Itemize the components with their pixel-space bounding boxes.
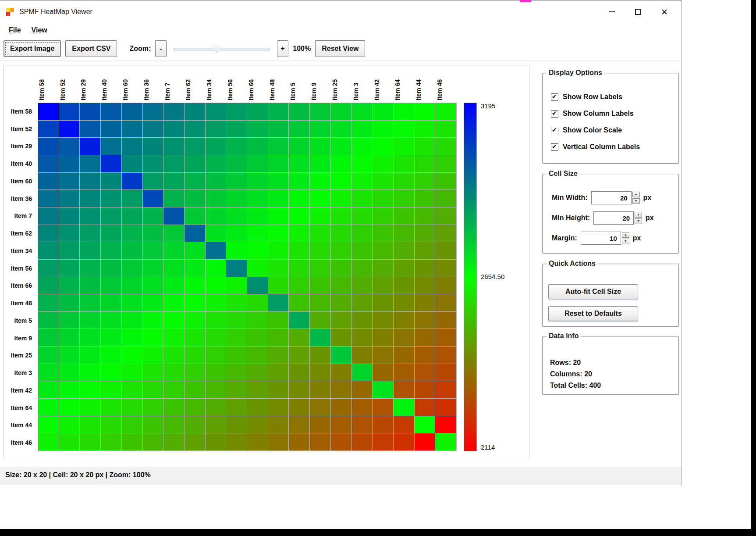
heatmap-cell[interactable] xyxy=(163,364,185,382)
heatmap-cell[interactable] xyxy=(331,260,352,277)
heatmap-cell[interactable] xyxy=(38,155,59,173)
heatmap-cell[interactable] xyxy=(373,121,394,138)
heatmap-cell[interactable] xyxy=(80,225,101,243)
heatmap-cell[interactable] xyxy=(226,207,247,225)
heatmap-cell[interactable] xyxy=(247,155,268,173)
heatmap-cell[interactable] xyxy=(185,242,206,260)
heatmap-cell[interactable] xyxy=(38,138,59,155)
heatmap-cell[interactable] xyxy=(268,155,289,173)
reset-to-defaults-button[interactable]: Reset to Defaults xyxy=(548,306,638,321)
heatmap-cell[interactable] xyxy=(59,381,80,399)
maximize-button[interactable] xyxy=(625,0,651,23)
heatmap-cell[interactable] xyxy=(185,433,206,451)
heatmap-cell[interactable] xyxy=(310,173,331,190)
heatmap-cell[interactable] xyxy=(394,173,415,190)
heatmap-cell[interactable] xyxy=(310,329,331,347)
heatmap-cell[interactable] xyxy=(59,433,80,451)
heatmap-cell[interactable] xyxy=(80,294,101,312)
heatmap-cell[interactable] xyxy=(122,121,143,138)
heatmap-cell[interactable] xyxy=(143,103,164,121)
heatmap-cell[interactable] xyxy=(163,329,185,347)
heatmap-cell[interactable] xyxy=(185,381,206,399)
checkbox-icon[interactable]: ✔ xyxy=(551,110,558,118)
heatmap-cell[interactable] xyxy=(143,121,164,138)
heatmap-cell[interactable] xyxy=(163,242,185,260)
min-height-spin-up[interactable]: ▲ xyxy=(635,212,642,218)
heatmap-cell[interactable] xyxy=(394,121,415,138)
export-csv-button[interactable]: Export CSV xyxy=(65,40,117,57)
heatmap-cell[interactable] xyxy=(206,138,227,155)
heatmap-cell[interactable] xyxy=(80,207,101,225)
heatmap-cell[interactable] xyxy=(226,103,247,121)
heatmap-cell[interactable] xyxy=(38,207,59,225)
heatmap-cell[interactable] xyxy=(352,381,373,399)
heatmap-cell[interactable] xyxy=(394,416,415,434)
heatmap-cell[interactable] xyxy=(247,190,268,207)
heatmap-cell[interactable] xyxy=(373,433,394,451)
heatmap-cell[interactable] xyxy=(289,260,310,277)
heatmap-cell[interactable] xyxy=(289,121,310,138)
heatmap-cell[interactable] xyxy=(268,242,289,260)
heatmap-cell[interactable] xyxy=(310,190,331,207)
heatmap-cell[interactable] xyxy=(415,138,436,155)
heatmap-cell[interactable] xyxy=(122,381,143,399)
heatmap-cell[interactable] xyxy=(268,225,289,243)
heatmap-cell[interactable] xyxy=(289,207,310,225)
checkbox-vertical-column-labels[interactable]: ✔Vertical Column Labels xyxy=(543,139,678,155)
heatmap-cell[interactable] xyxy=(415,207,436,225)
heatmap-cell[interactable] xyxy=(59,207,80,225)
heatmap-cell[interactable] xyxy=(331,416,352,434)
heatmap-cell[interactable] xyxy=(206,312,227,329)
heatmap-cell[interactable] xyxy=(435,381,456,399)
heatmap-cell[interactable] xyxy=(247,329,268,347)
heatmap-cell[interactable] xyxy=(59,312,80,329)
heatmap-cell[interactable] xyxy=(101,347,122,364)
heatmap-cell[interactable] xyxy=(80,138,101,155)
heatmap-cell[interactable] xyxy=(122,190,143,207)
heatmap-cell[interactable] xyxy=(352,190,373,207)
heatmap-cell[interactable] xyxy=(310,155,331,173)
heatmap-cell[interactable] xyxy=(185,121,206,138)
checkbox-show-row-labels[interactable]: ✔Show Row Labels xyxy=(543,89,678,105)
heatmap-cell[interactable] xyxy=(331,121,352,138)
heatmap-cell[interactable] xyxy=(226,173,247,190)
heatmap-cell[interactable] xyxy=(268,416,289,434)
heatmap-cell[interactable] xyxy=(80,121,101,138)
heatmap-cell[interactable] xyxy=(352,277,373,295)
heatmap-cell[interactable] xyxy=(310,399,331,416)
heatmap-cell[interactable] xyxy=(352,416,373,434)
heatmap-cell[interactable] xyxy=(394,294,415,312)
heatmap-cell[interactable] xyxy=(331,103,352,121)
checkbox-icon[interactable]: ✔ xyxy=(551,143,558,151)
heatmap-cell[interactable] xyxy=(226,381,247,399)
heatmap-cell[interactable] xyxy=(206,329,227,347)
reset-view-button[interactable]: Reset View xyxy=(315,40,365,57)
heatmap-cell[interactable] xyxy=(247,312,268,329)
heatmap-cell[interactable] xyxy=(435,312,456,329)
heatmap-cell[interactable] xyxy=(163,138,185,155)
heatmap-cell[interactable] xyxy=(394,103,415,121)
heatmap-cell[interactable] xyxy=(143,329,164,347)
heatmap-cell[interactable] xyxy=(122,242,143,260)
heatmap-cell[interactable] xyxy=(38,416,59,434)
heatmap-cell[interactable] xyxy=(331,173,352,190)
heatmap-cell[interactable] xyxy=(38,347,59,364)
heatmap-cell[interactable] xyxy=(331,138,352,155)
heatmap-cell[interactable] xyxy=(331,312,352,329)
heatmap-cell[interactable] xyxy=(59,225,80,243)
heatmap-cell[interactable] xyxy=(289,294,310,312)
heatmap-cell[interactable] xyxy=(415,121,436,138)
heatmap-cell[interactable] xyxy=(331,329,352,347)
heatmap-cell[interactable] xyxy=(289,329,310,347)
heatmap-cell[interactable] xyxy=(163,277,185,295)
heatmap-cell[interactable] xyxy=(80,329,101,347)
heatmap-cell[interactable] xyxy=(289,347,310,364)
heatmap-cell[interactable] xyxy=(247,399,268,416)
heatmap-cell[interactable] xyxy=(226,312,247,329)
heatmap-cell[interactable] xyxy=(101,207,122,225)
heatmap-cell[interactable] xyxy=(352,207,373,225)
heatmap-cell[interactable] xyxy=(352,260,373,277)
heatmap-cell[interactable] xyxy=(122,138,143,155)
heatmap-cell[interactable] xyxy=(352,103,373,121)
heatmap-cell[interactable] xyxy=(435,242,456,260)
